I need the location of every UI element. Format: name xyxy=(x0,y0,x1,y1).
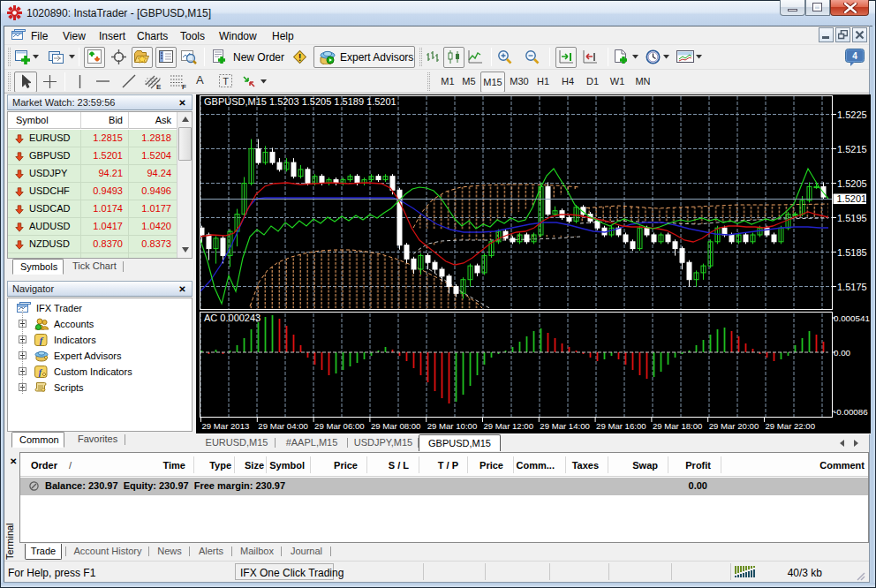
svg-text:29 Mar 08:00: 29 Mar 08:00 xyxy=(371,421,421,431)
svg-text:F: F xyxy=(182,83,186,90)
svg-text:!: ! xyxy=(298,52,302,63)
svg-text:29 Mar 12:00: 29 Mar 12:00 xyxy=(484,421,534,431)
svg-text:29 Mar 10:00: 29 Mar 10:00 xyxy=(427,421,478,431)
svg-text:1.5205: 1.5205 xyxy=(837,178,867,189)
svg-text:1.5201: 1.5201 xyxy=(837,193,867,204)
svg-text:29 Mar 20:00: 29 Mar 20:00 xyxy=(709,421,759,431)
svg-text:29 Mar 06:00: 29 Mar 06:00 xyxy=(314,421,365,431)
svg-text:29 Mar 2013: 29 Mar 2013 xyxy=(202,421,250,431)
svg-text:AC 0.000243: AC 0.000243 xyxy=(204,313,261,323)
svg-text:29 Mar 14:00: 29 Mar 14:00 xyxy=(540,421,590,431)
svg-text:4: 4 xyxy=(852,51,857,61)
svg-text:29 Mar 18:00: 29 Mar 18:00 xyxy=(653,421,703,431)
svg-text:1.5225: 1.5225 xyxy=(837,109,867,120)
svg-text:29 Mar 22:00: 29 Mar 22:00 xyxy=(766,421,816,431)
svg-text:0.000541: 0.000541 xyxy=(834,313,870,323)
svg-text:1.5215: 1.5215 xyxy=(837,144,867,155)
svg-text:0.00: 0.00 xyxy=(834,348,851,358)
svg-text:1.5175: 1.5175 xyxy=(837,282,867,292)
svg-text:1.5195: 1.5195 xyxy=(837,213,867,223)
svg-text:T: T xyxy=(223,76,229,87)
svg-text:E: E xyxy=(156,83,162,90)
svg-text:1.5185: 1.5185 xyxy=(837,247,867,258)
svg-text:GBPUSD,M15 1.5203 1.5205 1.51: GBPUSD,M15 1.5203 1.5205 1.5189 1.5201 xyxy=(204,96,396,107)
svg-text:29 Mar 16:00: 29 Mar 16:00 xyxy=(596,421,646,431)
svg-text:-0.00086: -0.00086 xyxy=(834,407,868,417)
svg-text:29 Mar 04:00: 29 Mar 04:00 xyxy=(258,421,308,431)
